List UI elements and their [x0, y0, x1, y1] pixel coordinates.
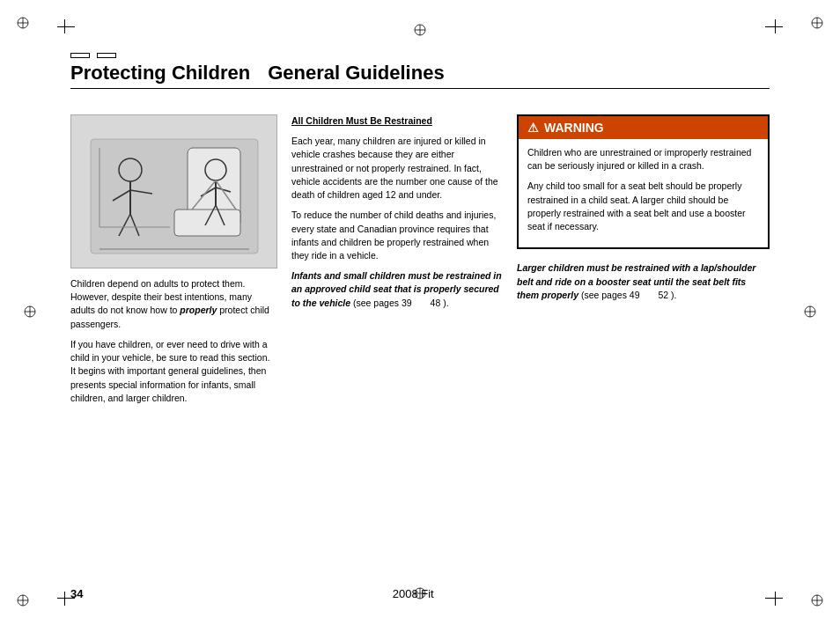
middle-para-1: Each year, many children are injured or … [291, 135, 503, 202]
left-para-1: Children depend on adults to protect the… [70, 277, 277, 331]
middle-para-3: Infants and small children must be restr… [291, 269, 503, 310]
header: Protecting Children General Guidelines [70, 53, 770, 89]
corner-mark-tl-v [64, 19, 65, 33]
reg-mark-tr [810, 16, 824, 32]
left-column: Children depend on adults to protect the… [70, 114, 277, 563]
reg-mark-left [23, 305, 37, 320]
left-text: Children depend on adults to protect the… [70, 277, 277, 412]
reg-mark-br [810, 593, 824, 609]
corner-mark-tr-v [775, 19, 776, 33]
middle-text: All Children Must Be Restrained Each yea… [291, 114, 503, 317]
reg-mark-tl [16, 16, 30, 32]
footer-title: 2008 Fit [393, 587, 434, 600]
middle-column: All Children Must Be Restrained Each yea… [291, 114, 503, 563]
header-tab-1 [70, 53, 90, 58]
main-content: Children depend on adults to protect the… [70, 114, 770, 563]
reg-mark-top [413, 23, 427, 39]
warning-para-1: Children who are unrestrained or imprope… [527, 146, 759, 173]
left-para-2: If you have children, or ever need to dr… [70, 338, 277, 405]
warning-triangle-icon: ⚠ [527, 121, 539, 135]
page-number: 34 [70, 587, 83, 600]
middle-section-title: All Children Must Be Restrained [291, 114, 503, 128]
page-title-sub: General Guidelines [268, 62, 445, 85]
reg-mark-bl [16, 593, 30, 609]
corner-mark-br-v [775, 592, 776, 606]
warning-header: ⚠ WARNING [519, 116, 768, 139]
page: Protecting Children General Guidelines [0, 0, 840, 625]
warning-label: WARNING [544, 121, 604, 135]
header-tabs [70, 53, 770, 58]
page-title-main: Protecting Children [70, 62, 250, 85]
footer: 34 2008 Fit [70, 587, 770, 600]
right-column: ⚠ WARNING Children who are unrestrained … [517, 114, 770, 563]
right-bottom-text: Larger children must be restrained with … [517, 261, 770, 302]
corner-mark-tl-h [57, 26, 75, 27]
middle-para-2: To reduce the number of child deaths and… [291, 209, 503, 262]
corner-mark-bl-v [64, 592, 65, 606]
warning-para-2: Any child too small for a seat belt shou… [527, 180, 759, 233]
header-tab-2 [97, 53, 116, 58]
illustration-box [70, 114, 277, 268]
svg-rect-26 [174, 210, 240, 236]
header-titles: Protecting Children General Guidelines [70, 62, 770, 89]
warning-box: ⚠ WARNING Children who are unrestrained … [517, 114, 770, 249]
reg-mark-right [803, 305, 817, 320]
warning-body: Children who are unrestrained or imprope… [519, 139, 768, 247]
corner-mark-tr-h [765, 26, 783, 27]
